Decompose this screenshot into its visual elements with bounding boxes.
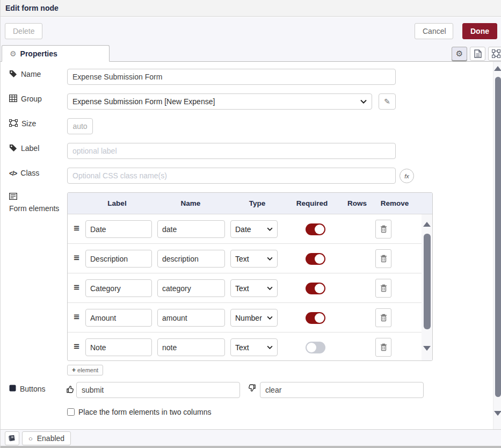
two-columns-label: Place the form elements in two columns: [78, 408, 211, 416]
node-help-button[interactable]: [5, 431, 19, 445]
form-elements-label: Form elements: [9, 192, 65, 213]
chevron-down-icon: [267, 345, 273, 349]
table-row: ≡ Text: [68, 273, 422, 303]
properties-form: Name Group Expense Submission Form [New …: [1, 62, 493, 429]
col-header-required: Required: [296, 199, 328, 207]
element-label-input[interactable]: [85, 309, 152, 327]
name-input[interactable]: [67, 69, 396, 85]
group-select[interactable]: Expense Submission Form [New Expense]: [67, 93, 372, 110]
table-row: ≡ Date: [68, 214, 422, 244]
scroll-up-icon[interactable]: [494, 66, 501, 71]
cancel-button[interactable]: Cancel: [415, 23, 453, 39]
two-columns-checkbox[interactable]: [67, 408, 75, 416]
table-icon: [9, 95, 17, 102]
description-tab-button[interactable]: [470, 47, 485, 61]
element-name-input[interactable]: [157, 250, 225, 268]
edit-group-button[interactable]: ✎: [379, 93, 396, 110]
chevron-down-icon: [267, 286, 273, 290]
element-type-select[interactable]: Text: [230, 250, 278, 268]
table-row: ≡ Number: [68, 303, 422, 333]
required-toggle[interactable]: [306, 223, 325, 235]
class-fx-button[interactable]: fx: [400, 169, 414, 183]
edit-form-node-dialog: Edit form node Delete Cancel Done ⚙ Prop…: [0, 0, 501, 448]
col-header-remove: Remove: [381, 199, 409, 207]
chevron-down-icon: [267, 316, 273, 320]
class-input[interactable]: [67, 168, 396, 184]
class-label: </> Class: [9, 168, 65, 178]
chevron-down-icon: [360, 99, 367, 104]
element-name-input[interactable]: [157, 279, 225, 297]
tab-bar: ⚙ Properties ⚙: [1, 45, 501, 62]
required-toggle[interactable]: [306, 312, 325, 324]
main-scrollbar[interactable]: [493, 62, 501, 429]
remove-element-button[interactable]: [375, 249, 391, 268]
delete-button[interactable]: Delete: [5, 23, 42, 39]
element-label-input[interactable]: [85, 338, 152, 356]
col-header-name: Name: [181, 199, 201, 207]
node-enabled-button[interactable]: ○ Enabled: [22, 431, 71, 445]
book-icon: [8, 435, 16, 442]
thumbs-up-icon: [66, 385, 75, 394]
tab-properties[interactable]: ⚙ Properties: [2, 45, 110, 62]
required-toggle[interactable]: [306, 283, 325, 294]
gear-icon: ⚙: [456, 49, 463, 59]
thumbs-down-icon: [247, 384, 256, 393]
done-button[interactable]: Done: [462, 23, 497, 39]
group-label: Group: [9, 94, 65, 104]
size-button[interactable]: auto: [67, 118, 93, 134]
two-columns-option: Place the form elements in two columns: [67, 408, 211, 416]
tag-icon: [9, 144, 17, 152]
required-toggle[interactable]: [306, 342, 325, 353]
enabled-label: Enabled: [37, 434, 64, 443]
dialog-button-bar: Delete Cancel Done: [1, 17, 501, 45]
drag-handle-icon[interactable]: ≡: [74, 252, 79, 263]
drag-handle-icon[interactable]: ≡: [74, 341, 79, 352]
required-toggle[interactable]: [306, 253, 325, 265]
form-elements-rows: ≡ Date ≡: [68, 214, 422, 361]
element-name-input[interactable]: [157, 220, 225, 238]
table-scrollbar-thumb[interactable]: [424, 234, 431, 329]
label-label: Label: [9, 143, 65, 153]
appearance-icon: [492, 49, 500, 58]
object-group-icon: [9, 119, 18, 127]
element-type-select[interactable]: Text: [230, 338, 278, 356]
element-type-select[interactable]: Number: [230, 309, 278, 327]
drag-handle-icon[interactable]: ≡: [74, 312, 79, 322]
buttons-label: Buttons: [9, 384, 65, 394]
remove-element-button[interactable]: [375, 308, 391, 327]
element-type-select[interactable]: Text: [230, 279, 278, 297]
remove-element-button[interactable]: [375, 220, 391, 239]
element-name-input[interactable]: [157, 309, 225, 327]
drag-handle-icon[interactable]: ≡: [74, 223, 79, 234]
properties-tab-button[interactable]: ⚙: [452, 47, 467, 61]
scroll-down-icon[interactable]: [494, 411, 501, 416]
element-label-input[interactable]: [85, 250, 152, 268]
drag-handle-icon[interactable]: ≡: [74, 282, 79, 293]
submit-button-label-input[interactable]: [76, 382, 240, 398]
main-scrollbar-thumb[interactable]: [495, 77, 501, 397]
element-label-input[interactable]: [85, 220, 152, 238]
scroll-down-icon[interactable]: [423, 346, 431, 351]
fx-icon: fx: [404, 173, 409, 179]
table-scrollbar[interactable]: [422, 214, 433, 361]
add-element-button[interactable]: +element: [67, 365, 103, 375]
tag-icon: [9, 70, 17, 78]
circle-icon: ○: [28, 435, 33, 442]
appearance-tab-button[interactable]: [488, 47, 501, 61]
element-type-select[interactable]: Date: [230, 220, 278, 238]
table-row: ≡ Text: [68, 244, 422, 273]
trash-icon: [380, 314, 387, 322]
dialog-footer: ○ Enabled: [1, 429, 501, 446]
label-input[interactable]: [67, 143, 396, 159]
remove-element-button[interactable]: [375, 338, 391, 357]
remove-element-button[interactable]: [375, 279, 391, 298]
cancel-button-label-input[interactable]: [260, 382, 424, 398]
element-name-input[interactable]: [157, 338, 225, 356]
code-icon: </>: [9, 169, 17, 178]
trash-icon: [380, 255, 387, 263]
square-icon: [9, 385, 16, 392]
scroll-up-icon[interactable]: [423, 222, 431, 227]
description-icon: [474, 49, 482, 58]
element-label-input[interactable]: [85, 279, 152, 297]
list-icon: [9, 193, 17, 200]
